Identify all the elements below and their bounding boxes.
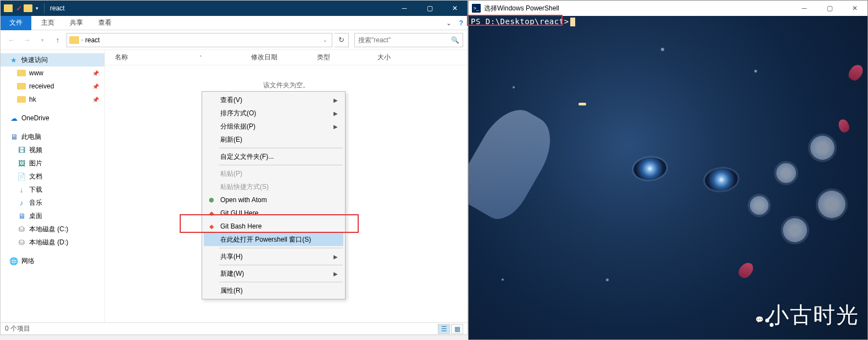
column-date[interactable]: 修改日期 [251,53,317,62]
view-icons-button[interactable]: ▦ [451,324,463,334]
sidebar-network[interactable]: 🌐网络 [1,254,104,267]
terminal-cursor [570,18,575,26]
item-count: 0 个项目 [5,324,30,333]
close-button[interactable]: ✕ [842,1,867,16]
new-folder-icon[interactable] [24,4,32,12]
atom-icon: ⬢ [207,196,216,204]
menu-separator [219,165,343,165]
sidebar-item-received[interactable]: received📌 [1,80,104,93]
sidebar-item-www[interactable]: www📌 [1,66,104,80]
maximize-button[interactable]: ▢ [817,1,842,16]
sort-indicator-icon: ˄ [199,55,202,60]
sidebar-item-image[interactable]: 🖼图片 [1,157,104,170]
document-icon: 📄 [17,172,26,181]
up-button[interactable]: ↑ [51,34,64,47]
folder-icon [69,36,79,44]
menu-share[interactable]: 共享(H)▶ [204,250,343,263]
status-bar: 0 个项目 ☰ ▦ [1,322,468,335]
network-icon: 🌐 [9,257,18,265]
back-button[interactable]: ← [5,34,18,47]
menu-customize[interactable]: 自定义文件夹(F)... [204,150,343,163]
separator [44,3,44,13]
sidebar-item-desk[interactable]: 🖥桌面 [1,209,104,222]
sidebar-this-pc[interactable]: 🖥此电脑 [1,130,104,143]
sidebar-item-down[interactable]: ↓下载 [1,183,104,196]
prompt-text: PS D:\Desktop\react> [471,17,569,26]
powershell-titlebar: >_ 选择Windows PowerShell ─ ▢ ✕ [469,1,867,16]
chevron-right-icon: ▶ [333,110,338,116]
explorer-titlebar: ✓ ▾ react ─ ▢ ✕ [1,1,468,16]
menu-separator [219,265,343,265]
menu-sort[interactable]: 排序方式(O)▶ [204,107,343,120]
tab-file[interactable]: 文件 [1,16,31,30]
download-icon: ↓ [17,185,26,194]
sidebar-item-disk-d[interactable]: ⛁本地磁盘 (D:) [1,236,104,249]
sidebar-item-label: 本地磁盘 (D:) [29,238,68,247]
recent-dropdown[interactable]: ▾ [36,34,49,47]
powershell-terminal[interactable]: PS D:\Desktop\react> [469,16,867,339]
column-size[interactable]: 大小 [377,53,421,62]
sidebar-item-label: hk [29,96,36,103]
column-type[interactable]: 类型 [317,53,377,62]
minimize-button[interactable]: ─ [792,1,817,16]
tab-view[interactable]: 查看 [91,16,119,30]
menu-open-atom[interactable]: ⬢Open with Atom [204,193,343,207]
music-icon: ♪ [17,198,26,207]
menu-view[interactable]: 查看(V)▶ [204,93,343,107]
sidebar-item-video[interactable]: 🎞视频 [1,143,104,157]
address-dropdown-icon[interactable]: ⌄ [321,37,330,43]
address-bar[interactable]: › react ⌄ [66,33,332,47]
ribbon-expand-icon[interactable]: ⌄ [443,19,455,27]
pc-icon: 🖥 [9,132,18,141]
view-details-button[interactable]: ☰ [438,324,450,334]
sidebar-item-label: OneDrive [21,114,49,122]
sidebar-item-disk-c[interactable]: ⛁本地磁盘 (C:) [1,222,104,236]
star-icon: ★ [9,55,18,64]
window-controls: ─ ▢ ✕ [392,1,468,16]
qat-dropdown-icon[interactable]: ▾ [36,5,38,11]
menu-git-gui[interactable]: ◆Git GUI Here [204,207,343,220]
menu-properties[interactable]: 属性(R) [204,284,343,297]
column-name[interactable]: 名称˄ [115,53,251,62]
search-box[interactable]: 🔍 [354,33,463,47]
sidebar-onedrive[interactable]: ☁OneDrive [1,112,104,125]
pin-icon: 📌 [92,83,99,90]
search-icon[interactable]: 🔍 [451,36,459,44]
minimize-button[interactable]: ─ [392,1,417,16]
sidebar-item-doc[interactable]: 📄文档 [1,170,104,183]
forward-button[interactable]: → [20,34,34,47]
chevron-right-icon[interactable]: › [81,37,83,43]
sidebar-quick-access[interactable]: ★快速访问 [1,53,104,66]
tab-home[interactable]: 主页 [34,16,62,30]
window-controls: ─ ▢ ✕ [792,1,867,16]
chevron-right-icon: ▶ [333,271,338,277]
menu-new[interactable]: 新建(W)▶ [204,267,343,280]
navigation-bar: ← → ▾ ↑ › react ⌄ ↻ 🔍 [1,30,468,50]
folder-icon[interactable] [4,4,13,12]
maximize-button[interactable]: ▢ [417,1,442,16]
help-icon[interactable]: ? [455,19,468,27]
menu-open-powershell[interactable]: 在此处打开 Powershell 窗口(S) [204,233,343,246]
close-button[interactable]: ✕ [442,1,468,16]
sidebar-item-label: 桌面 [29,211,42,221]
navigation-pane: ★快速访问 www📌 received📌 hk📌 ☁OneDrive 🖥此电脑 … [1,50,105,322]
menu-git-bash[interactable]: ◆Git Bash Here [204,220,343,233]
properties-icon[interactable]: ✓ [16,4,23,13]
refresh-button[interactable]: ↻ [335,33,349,47]
path-segment[interactable]: react [85,36,100,44]
menu-group[interactable]: 分组依据(P)▶ [204,120,343,133]
watermark: 💬 小古时光 [755,300,859,330]
folder-icon [17,96,26,103]
disk-icon: ⛁ [17,225,26,233]
sidebar-item-hk[interactable]: hk📌 [1,93,104,106]
menu-refresh[interactable]: 刷新(E) [204,133,343,146]
folder-icon [17,70,26,76]
menu-separator [219,148,343,148]
powershell-window: >_ 选择Windows PowerShell ─ ▢ ✕ [468,0,868,340]
sidebar-item-music[interactable]: ♪音乐 [1,196,104,209]
search-input[interactable] [358,36,451,44]
tab-share[interactable]: 共享 [62,16,91,30]
chevron-right-icon: ▶ [333,124,338,130]
menu-paste-shortcut: 粘贴快捷方式(S) [204,180,343,193]
sidebar-item-label: 本地磁盘 (C:) [29,225,68,234]
